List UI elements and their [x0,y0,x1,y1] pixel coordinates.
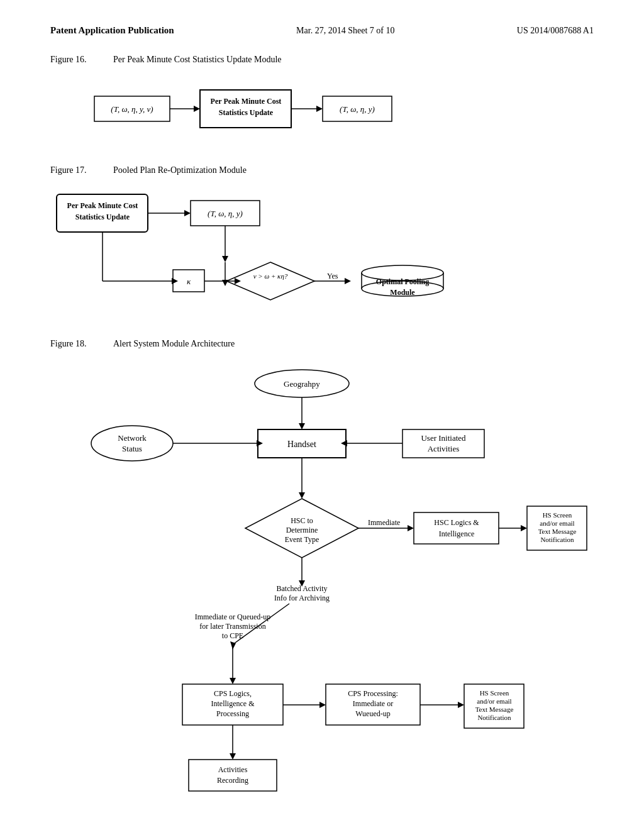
svg-marker-19 [222,256,228,262]
svg-text:Module: Module [390,288,415,297]
svg-text:Statistics Update: Statistics Update [75,213,130,221]
svg-marker-8 [316,106,323,112]
svg-marker-57 [299,492,305,499]
svg-text:Network: Network [118,433,147,443]
svg-marker-97 [458,702,464,708]
figure-17-section: Figure 17. Pooled Plan Re-Optimization M… [50,165,594,314]
figure-18-diagram: Geograhpy Handset Network Status User In… [50,362,594,789]
svg-text:User Initiated: User Initiated [421,433,466,443]
svg-text:(T, ω, η, y, v): (T, ω, η, y, v) [111,104,153,114]
header-patent-number: US 2014/0087688 A1 [517,26,594,36]
svg-marker-69 [521,525,527,531]
svg-text:Activities: Activities [218,765,248,774]
svg-text:Status: Status [122,444,142,453]
svg-text:Optimal Pooling: Optimal Pooling [376,277,429,286]
svg-text:Batched Activity: Batched Activity [277,584,328,593]
page: Patent Application Publication Mar. 27, … [0,0,644,830]
svg-marker-43 [299,423,305,429]
header-date-sheet: Mar. 27, 2014 Sheet 7 of 10 [296,26,394,36]
svg-marker-104 [230,753,236,760]
svg-rect-105 [189,760,277,791]
figure-17-caption: Figure 17. Pooled Plan Re-Optimization M… [50,165,594,175]
svg-rect-65 [414,512,499,544]
svg-text:Recording: Recording [217,776,248,785]
figure-16-section: Figure 16. Per Peak Minute Cost Statisti… [50,55,594,140]
svg-marker-3 [194,106,200,112]
svg-text:Text Message: Text Message [475,706,514,713]
svg-text:Processing: Processing [216,709,249,718]
svg-text:Immediate or Queued-up: Immediate or Queued-up [195,612,271,621]
svg-text:Per Peak Minute Cost: Per Peak Minute Cost [67,201,138,210]
figure-16-title: Per Peak Minute Cost Statistics Update M… [113,55,282,65]
svg-marker-23 [235,278,241,284]
svg-text:Intelligence: Intelligence [439,529,475,538]
svg-text:κ: κ [187,277,191,286]
svg-text:and/or email: and/or email [540,519,574,527]
svg-marker-39 [222,280,228,286]
figure-17-diagram: Per Peak Minute Cost Statistics Update (… [50,188,594,314]
figure-16-caption: Figure 16. Per Peak Minute Cost Statisti… [50,55,594,65]
svg-marker-37 [172,278,178,284]
svg-text:Wueued-up: Wueued-up [355,709,391,718]
figure-18-section: Figure 18. Alert System Module Architect… [50,339,594,789]
svg-text:Immediate or: Immediate or [353,699,393,708]
svg-text:Intelligence &: Intelligence & [211,699,255,708]
svg-text:Per Peak Minute Cost: Per Peak Minute Cost [211,97,282,106]
svg-marker-15 [184,210,191,216]
svg-marker-50 [257,440,263,446]
svg-text:CPS Logics,: CPS Logics, [214,689,252,698]
figure-18-number: Figure 18. [50,339,101,349]
svg-text:Activities: Activities [428,444,460,453]
svg-text:Yes: Yes [327,272,338,280]
svg-text:(T, ω, η, y): (T, ω, η, y) [340,104,375,114]
figure-17-svg: Per Peak Minute Cost Statistics Update (… [50,188,491,320]
svg-text:Geograhpy: Geograhpy [284,379,320,389]
figure-16-diagram: (T, ω, η, y, v) Per Peak Minute Cost Sta… [50,77,594,140]
svg-text:Handset: Handset [287,440,316,449]
figure-17-number: Figure 17. [50,165,101,175]
svg-text:Notification: Notification [477,714,511,721]
svg-point-46 [91,426,173,461]
svg-text:for later Transmission: for later Transmission [199,622,265,631]
svg-text:HSC Logics &: HSC Logics & [434,518,479,527]
svg-text:(T, ω, η, y): (T, ω, η, y) [208,209,243,218]
svg-text:Text Message: Text Message [538,528,577,535]
svg-marker-85 [230,678,236,684]
svg-text:CPS Processing:: CPS Processing: [348,689,398,698]
figure-17-title: Pooled Plan Re-Optimization Module [113,165,247,175]
svg-marker-91 [319,702,326,708]
figure-16-svg: (T, ω, η, y, v) Per Peak Minute Cost Sta… [88,80,453,137]
figure-18-caption: Figure 18. Alert System Module Architect… [50,339,594,349]
svg-text:Statistics Update: Statistics Update [219,108,274,117]
header-publication-label: Patent Application Publication [50,25,174,36]
page-header: Patent Application Publication Mar. 27, … [50,25,594,36]
svg-text:Event Type: Event Type [285,535,319,544]
svg-text:HSC to: HSC to [291,516,313,525]
figure-16-number: Figure 16. [50,55,101,65]
svg-text:Immediate: Immediate [368,518,400,527]
figure-18-svg: Geograhpy Handset Network Status User In… [50,362,591,814]
svg-text:and/or email: and/or email [477,697,511,705]
svg-marker-64 [408,525,414,531]
svg-text:v > ω + κη?: v > ω + κη? [253,272,288,280]
figure-18-title: Alert System Module Architecture [113,339,235,349]
svg-text:HS Screen: HS Screen [543,511,572,519]
svg-text:Determine: Determine [286,526,318,534]
svg-text:HS Screen: HS Screen [480,689,509,697]
svg-marker-55 [341,440,347,446]
svg-text:Info for Archiving: Info for Archiving [274,594,330,602]
svg-text:Notification: Notification [540,536,574,543]
svg-marker-28 [345,278,351,284]
